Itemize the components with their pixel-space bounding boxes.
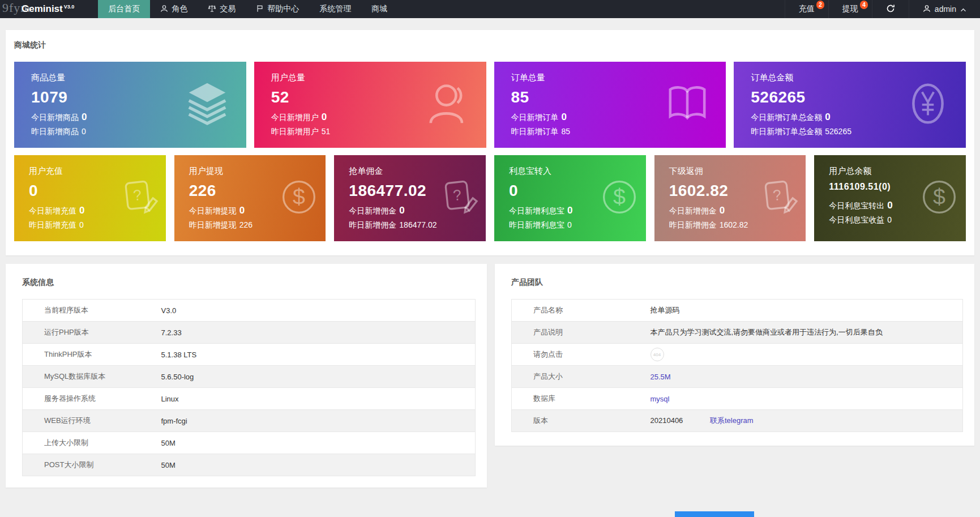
svg-text:$: $ (293, 184, 305, 209)
system-info-table: 当前程序版本V3.0 运行PHP版本7.2.33 ThinkPHP版本5.1.3… (22, 299, 476, 476)
user-icon (424, 80, 472, 130)
product-size-link[interactable]: 25.5M (651, 373, 671, 381)
main-nav: 后台首页 角色 交易 帮助中心 系统管理 商城 (98, 0, 397, 18)
table-row: ThinkPHP版本5.1.38 LTS (23, 344, 476, 366)
table-row: 产品大小 25.5M (512, 366, 963, 388)
stat-card-user-recharge: 用户充值 0 今日新增充值0 昨日新增充值0 ? (14, 155, 166, 241)
nav-item-roles[interactable]: 角色 (150, 0, 198, 18)
stat-card-orders-amount: 订单总金额 526265 今日新增订单总金额0 昨日新增订单总金额526265 (734, 62, 966, 148)
user-menu[interactable]: admin (909, 0, 980, 18)
scales-icon (208, 5, 220, 14)
table-row: POST大小限制50M (23, 454, 476, 476)
topbar-right: 充值 2 提现 4 admin (785, 0, 980, 18)
table-row: MySQL数据库版本5.6.50-log (23, 366, 476, 388)
stat-card-interest-in: 利息宝转入 0 今日新增利息宝0 昨日新增利息宝0 $ (494, 155, 646, 241)
topbar: 9fym GeministV3.0 后台首页 角色 交易 帮助中心 系统管理 商… (0, 0, 980, 18)
table-row: 版本 20210406 联系telegram (512, 410, 963, 432)
bottom-blue-bar (675, 511, 754, 517)
user-icon (923, 5, 931, 14)
book-icon (664, 80, 711, 130)
nav-item-dashboard[interactable]: 后台首页 (98, 0, 150, 18)
yen-icon (905, 80, 951, 129)
telegram-contact-link[interactable]: 联系telegram (710, 416, 754, 425)
database-link[interactable]: mysql (651, 395, 670, 403)
flag-icon (256, 5, 267, 14)
stats-row-2: 用户充值 0 今日新增充值0 昨日新增充值0 ? 用户提现 226 今日新增提现… (14, 155, 966, 241)
edit-doc-icon: ? (439, 177, 479, 219)
stats-panel-title: 商城统计 (14, 40, 966, 50)
svg-text:?: ? (452, 186, 463, 204)
app-logo: GeministV3.0 (0, 0, 98, 18)
stat-card-users-total: 用户总量 52 今日新增用户0 昨日新增用户51 (254, 62, 486, 148)
dollar-icon: $ (279, 177, 319, 219)
svg-text:?: ? (772, 186, 782, 204)
product-team-panel: 产品团队 产品名称 抢单源码 产品说明 本产品只为学习测试交流,请勿要做商业或者… (495, 264, 974, 446)
nav-item-system-management[interactable]: 系统管理 (309, 0, 361, 18)
mall-stats-panel: 商城统计 商品总量 1079 今日新增商品0 昨日新增商品0 用户总量 52 今… (6, 30, 974, 255)
svg-text:$: $ (613, 184, 626, 209)
stat-card-user-withdraw: 用户提现 226 今日新增提现0 昨日新增提现226 $ (174, 155, 326, 241)
dollar-icon: $ (919, 177, 959, 219)
product-team-title: 产品团队 (511, 277, 963, 288)
refresh-button[interactable] (872, 0, 909, 18)
stat-card-orders-total: 订单总量 85 今日新增订单0 昨日新增订单85 (494, 62, 726, 148)
nav-item-help-center[interactable]: 帮助中心 (246, 0, 309, 18)
system-info-panel: 系统信息 当前程序版本V3.0 运行PHP版本7.2.33 ThinkPHP版本… (6, 264, 487, 488)
username: admin (935, 5, 956, 14)
product-team-table: 产品名称 抢单源码 产品说明 本产品只为学习测试交流,请勿要做商业或者用于违法行… (511, 299, 963, 432)
withdraw-button[interactable]: 提现 4 (828, 0, 872, 18)
app-version: V3.0 (64, 4, 75, 10)
version-value: 20210406 (651, 416, 683, 425)
dollar-icon: $ (600, 177, 639, 219)
recharge-badge: 2 (816, 1, 824, 9)
recharge-button[interactable]: 充值 2 (785, 0, 828, 18)
refresh-icon (886, 4, 895, 15)
svg-text:?: ? (132, 186, 142, 204)
user-icon (160, 5, 172, 14)
table-row: 产品名称 抢单源码 (512, 300, 963, 322)
nav-item-trade[interactable]: 交易 (198, 0, 246, 18)
edit-doc-icon: ? (759, 177, 799, 219)
table-row: 请勿点击 404 (512, 344, 963, 366)
layers-icon (183, 79, 232, 130)
stat-card-grab-commission: 抢单佣金 186477.02 今日新增佣金0 昨日新增佣金186477.02 ? (334, 155, 486, 241)
table-row: 产品说明 本产品只为学习测试交流,请勿要做商业或者用于违法行为,一切后果自负 (512, 322, 963, 344)
chevron-up-icon (960, 5, 966, 14)
table-row: 当前程序版本V3.0 (23, 300, 476, 322)
table-row: 运行PHP版本7.2.33 (23, 322, 476, 344)
table-row: 上传大小限制50M (23, 432, 476, 454)
do-not-click-icon[interactable]: 404 (651, 348, 664, 361)
table-row: 服务器操作系统Linux (23, 388, 476, 410)
app-logo-text: Geminist (22, 3, 63, 15)
stat-card-total-balance: 用户总余额 1116109.51(0) 今日利息宝转出0 今日利息宝收益0 $ (814, 155, 966, 241)
system-info-title: 系统信息 (22, 277, 476, 288)
stats-row-1: 商品总量 1079 今日新增商品0 昨日新增商品0 用户总量 52 今日新增用户… (14, 62, 966, 148)
stat-card-products-total: 商品总量 1079 今日新增商品0 昨日新增商品0 (14, 62, 246, 148)
table-row: 数据库 mysql (512, 388, 963, 410)
stat-card-sub-rebate: 下级返佣 1602.82 今日新增佣金0 昨日新增佣金1602.82 ? (654, 155, 806, 241)
nav-item-mall[interactable]: 商城 (361, 0, 397, 18)
table-row: WEB运行环境fpm-fcgi (23, 410, 476, 432)
svg-text:$: $ (933, 184, 945, 209)
edit-doc-icon: ? (119, 177, 159, 219)
bottom-panels: 系统信息 当前程序版本V3.0 运行PHP版本7.2.33 ThinkPHP版本… (6, 264, 974, 488)
withdraw-badge: 4 (860, 1, 868, 9)
